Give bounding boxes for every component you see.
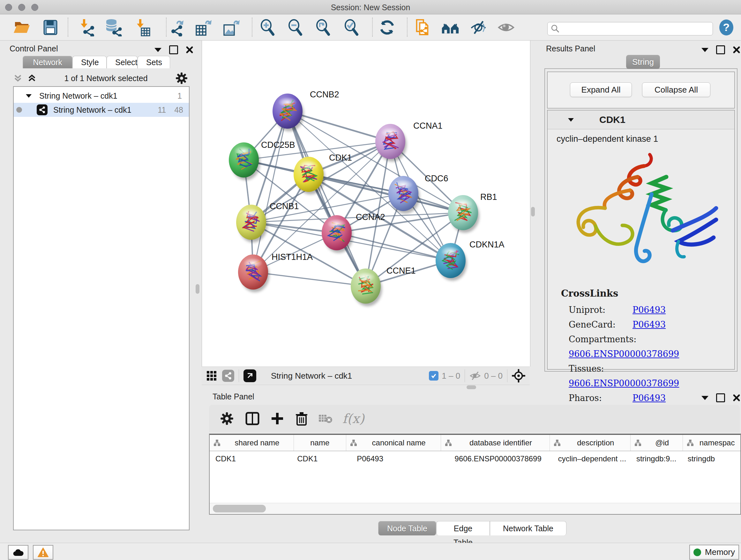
memory-button[interactable]: Memory — [689, 545, 739, 560]
network-edge[interactable] — [253, 272, 366, 286]
tab-select[interactable]: Select — [107, 56, 138, 68]
zoom-in-icon[interactable] — [259, 18, 277, 37]
import-network-database-icon[interactable] — [105, 18, 122, 37]
column-header-shared-name[interactable]: shared name — [210, 435, 294, 451]
float-panel-icon[interactable] — [716, 393, 725, 402]
node-label: RB1 — [480, 192, 497, 202]
add-column-icon[interactable] — [270, 412, 284, 426]
crosslink-link[interactable]: P06493 — [632, 393, 666, 403]
export-network-icon[interactable] — [167, 18, 185, 37]
network-canvas[interactable]: CCNB2CCNA1CDC25BCDK1CDC6RB1CCNB1CCNA2CDK… — [202, 41, 530, 367]
column-header-database-identifier[interactable]: database identifier — [441, 435, 550, 451]
collapse-all-chevron-icon[interactable] — [13, 73, 23, 83]
network-node-RB1[interactable]: RB1 — [448, 192, 497, 233]
column-header-description[interactable]: description — [550, 435, 630, 451]
network-node-CDK1[interactable]: CDK1 — [293, 153, 352, 194]
panel-menu-icon[interactable] — [701, 396, 709, 400]
tab-style[interactable]: Style — [72, 56, 107, 68]
tree-expander-icon[interactable] — [26, 94, 31, 98]
zoom-selected-icon[interactable] — [343, 18, 361, 37]
help-icon[interactable]: ? — [718, 18, 735, 37]
home-pair-icon[interactable] — [441, 18, 459, 37]
column-header-canonical-name[interactable]: canonical name — [346, 435, 441, 451]
network-collection-row[interactable]: String Network – cdk1 1 — [14, 89, 189, 103]
gene-entry-header[interactable]: CDK1 — [548, 111, 734, 129]
network-node-CCNE1[interactable]: CCNE1 — [351, 266, 416, 306]
network-node-CDKN1A[interactable]: CDKN1A — [435, 240, 504, 281]
show-eye-icon[interactable] — [497, 18, 515, 37]
view-network-icon[interactable] — [222, 370, 234, 382]
float-panel-icon[interactable] — [716, 45, 725, 54]
cloud-icon — [12, 548, 24, 557]
column-type-icon — [445, 440, 452, 446]
crosslink-link[interactable]: P06493 — [632, 320, 666, 329]
bottom-splitter-handle[interactable] — [467, 385, 476, 389]
refresh-icon[interactable] — [378, 18, 396, 37]
crosslink-link[interactable]: 9606.ENSP00000378699 — [569, 378, 679, 388]
import-network-icon[interactable] — [77, 18, 95, 37]
search-box[interactable] — [547, 22, 713, 36]
column-header-id[interactable]: @id — [630, 435, 683, 451]
show-columns-icon[interactable] — [245, 411, 260, 426]
zoom-fit-icon[interactable] — [315, 18, 333, 37]
close-panel-icon[interactable] — [733, 394, 740, 401]
birdseye-crosshair-icon[interactable] — [512, 369, 525, 382]
node-label: CCNA1 — [413, 121, 443, 131]
entry-expander-icon[interactable] — [568, 118, 574, 122]
duplicate-documents-icon[interactable] — [413, 18, 431, 37]
save-session-icon[interactable] — [42, 18, 59, 37]
scrollbar-thumb[interactable] — [213, 505, 266, 512]
crosslink-link[interactable]: P06493 — [632, 305, 666, 315]
search-input[interactable] — [560, 24, 698, 33]
zoom-out-icon[interactable] — [287, 18, 305, 37]
collection-count: 1 — [178, 91, 182, 101]
right-splitter-handle[interactable] — [531, 207, 535, 216]
table-gear-icon[interactable] — [220, 412, 234, 426]
tab-edge-table[interactable]: Edge Table — [436, 521, 490, 536]
close-panel-icon[interactable] — [733, 46, 740, 54]
warning-button[interactable] — [33, 545, 53, 560]
network-node-CCNB2[interactable]: CCNB2 — [273, 90, 339, 131]
tab-network[interactable]: Network — [23, 56, 72, 68]
view-grid-icon[interactable] — [206, 370, 217, 381]
network-node-CCNA1[interactable]: CCNA1 — [375, 121, 443, 162]
hide-eye-icon[interactable] — [469, 18, 487, 37]
results-tab-string[interactable]: String — [626, 55, 660, 69]
selected-checkbox-icon[interactable] — [429, 371, 439, 381]
table-row[interactable]: CDK1 CDK1 P06493 9606.ENSP00000378699 cy… — [210, 451, 740, 466]
node-table: shared name name canonical name database… — [209, 434, 741, 515]
tab-network-table[interactable]: Network Table — [490, 521, 566, 536]
cloud-button[interactable] — [8, 545, 28, 560]
export-table-icon[interactable] — [194, 18, 212, 37]
edge-count: 48 — [174, 105, 183, 115]
expand-all-chevron-icon[interactable] — [27, 73, 37, 83]
column-header-namespace[interactable]: namespac — [683, 435, 740, 451]
horizontal-scrollbar[interactable] — [210, 503, 740, 514]
export-image-icon[interactable] — [222, 18, 240, 37]
close-panel-icon[interactable] — [186, 46, 193, 54]
panel-menu-icon[interactable] — [701, 48, 709, 52]
tab-node-table[interactable]: Node Table — [378, 521, 436, 536]
open-session-icon[interactable] — [13, 18, 30, 37]
column-type-icon — [350, 440, 357, 446]
network-row[interactable]: String Network – cdk1 11 48 — [14, 103, 189, 117]
expand-all-button[interactable]: Expand All — [570, 82, 632, 97]
table-tabs: Node Table Edge Table Network Table — [378, 521, 566, 536]
delete-table-icon[interactable] — [318, 413, 333, 424]
network-edge[interactable] — [253, 111, 287, 272]
import-table-icon[interactable] — [134, 18, 151, 37]
delete-column-icon[interactable] — [294, 412, 309, 426]
collapse-all-button[interactable]: Collapse All — [642, 82, 711, 97]
crosslink-link[interactable]: 9606.ENSP00000378699 — [569, 349, 679, 359]
left-splitter-handle[interactable] — [196, 284, 199, 294]
network-node-CCNA2[interactable]: CCNA2 — [322, 212, 385, 253]
detach-view-icon[interactable] — [244, 369, 256, 382]
column-header-name[interactable]: name — [294, 435, 346, 451]
network-node-HIST1H1A[interactable]: HIST1H1A — [238, 252, 313, 292]
float-panel-icon[interactable] — [169, 45, 178, 54]
crosslink-row: GeneCard:P06493 — [569, 317, 734, 332]
panel-menu-icon[interactable] — [154, 48, 161, 52]
tab-sets[interactable]: Sets — [138, 56, 170, 68]
gear-icon[interactable] — [175, 72, 188, 84]
crosslink-label: Compartments: — [569, 332, 632, 347]
